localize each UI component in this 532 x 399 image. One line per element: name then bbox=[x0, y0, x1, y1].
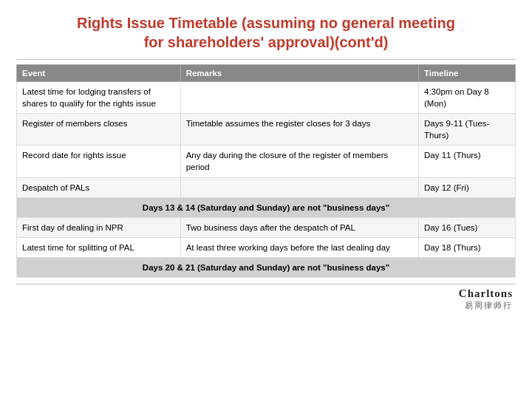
cell-remarks: Two business days after the despatch of … bbox=[180, 217, 418, 237]
logo-name: Charltons bbox=[459, 287, 513, 300]
cell-remarks bbox=[180, 82, 418, 114]
cell-timeline: Day 12 (Fri) bbox=[419, 177, 516, 197]
cell-event: First day of dealing in NPR bbox=[17, 217, 181, 237]
cell-timeline: 4:30pm on Day 8 (Mon) bbox=[419, 82, 516, 114]
page: Rights Issue Timetable (assuming no gene… bbox=[0, 0, 532, 399]
col-remarks: Remarks bbox=[180, 65, 418, 82]
table-header-row: Event Remarks Timeline bbox=[17, 65, 516, 82]
highlight-cell: Days 20 & 21 (Saturday and Sunday) are n… bbox=[17, 257, 516, 277]
logo: Charltons 易周律师行 bbox=[459, 287, 513, 311]
page-title: Rights Issue Timetable (assuming no gene… bbox=[16, 13, 516, 52]
timetable: Event Remarks Timeline Latest time for l… bbox=[16, 64, 516, 278]
col-event: Event bbox=[17, 65, 181, 82]
cell-event: Latest time for splitting of PAL bbox=[17, 237, 181, 257]
cell-event: Latest time for lodging transfers of sha… bbox=[17, 82, 181, 114]
cell-timeline: Day 18 (Thurs) bbox=[419, 237, 516, 257]
cell-remarks: Any day during the closure of the regist… bbox=[180, 146, 418, 177]
cell-timeline: Day 16 (Tues) bbox=[419, 217, 516, 237]
cell-remarks: Timetable assumes the register closes fo… bbox=[180, 114, 418, 146]
highlight-cell: Days 13 & 14 (Saturday and Sunday) are n… bbox=[17, 197, 516, 217]
cell-event: Despatch of PALs bbox=[17, 177, 181, 197]
top-divider bbox=[16, 59, 516, 60]
col-timeline: Timeline bbox=[419, 65, 516, 82]
table-row: Record date for rights issueAny day duri… bbox=[17, 146, 516, 177]
logo-chinese: 易周律师行 bbox=[459, 300, 513, 311]
logo-area: Charltons 易周律师行 bbox=[16, 287, 516, 311]
cell-event: Register of members closes bbox=[17, 114, 181, 146]
cell-remarks: At least three working days before the l… bbox=[180, 237, 418, 257]
table-row: Latest time for lodging transfers of sha… bbox=[17, 82, 516, 114]
table-row: Despatch of PALsDay 12 (Fri) bbox=[17, 177, 516, 197]
cell-timeline: Day 11 (Thurs) bbox=[419, 146, 516, 177]
table-row: Days 20 & 21 (Saturday and Sunday) are n… bbox=[17, 257, 516, 277]
table-row: First day of dealing in NPRTwo business … bbox=[17, 217, 516, 237]
cell-remarks bbox=[180, 177, 418, 197]
table-row: Register of members closesTimetable assu… bbox=[17, 114, 516, 146]
table-row: Latest time for splitting of PALAt least… bbox=[17, 237, 516, 257]
table-row: Days 13 & 14 (Saturday and Sunday) are n… bbox=[17, 197, 516, 217]
bottom-divider bbox=[16, 284, 516, 284]
cell-timeline: Days 9-11 (Tues- Thurs) bbox=[419, 114, 516, 146]
cell-event: Record date for rights issue bbox=[17, 146, 181, 177]
